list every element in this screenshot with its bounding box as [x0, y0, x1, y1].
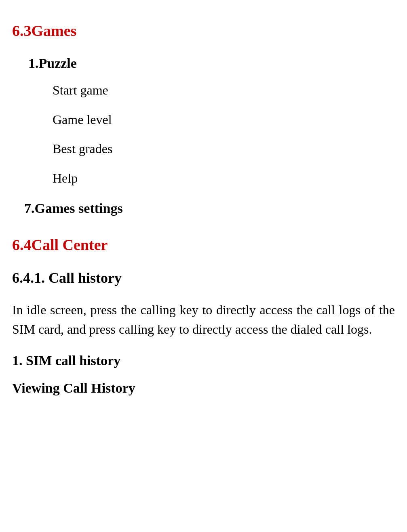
viewing-call-history-heading: Viewing Call History: [12, 378, 395, 398]
puzzle-item-game-level: Game level: [53, 111, 395, 129]
puzzle-subheading: 1.Puzzle: [28, 54, 395, 73]
section-call-center-heading: 6.4Call Center: [12, 234, 395, 256]
sim-call-history-heading: 1. SIM call history: [12, 351, 395, 370]
games-settings-subheading: 7.Games settings: [24, 199, 395, 218]
puzzle-item-best-grades: Best grades: [53, 140, 395, 158]
section-games-heading: 6.3Games: [12, 20, 395, 42]
call-history-body-text: In idle screen, press the calling key to…: [12, 300, 395, 339]
call-history-subheading: 6.4.1. Call history: [12, 268, 395, 288]
puzzle-item-help: Help: [53, 169, 395, 187]
puzzle-item-start-game: Start game: [53, 81, 395, 99]
